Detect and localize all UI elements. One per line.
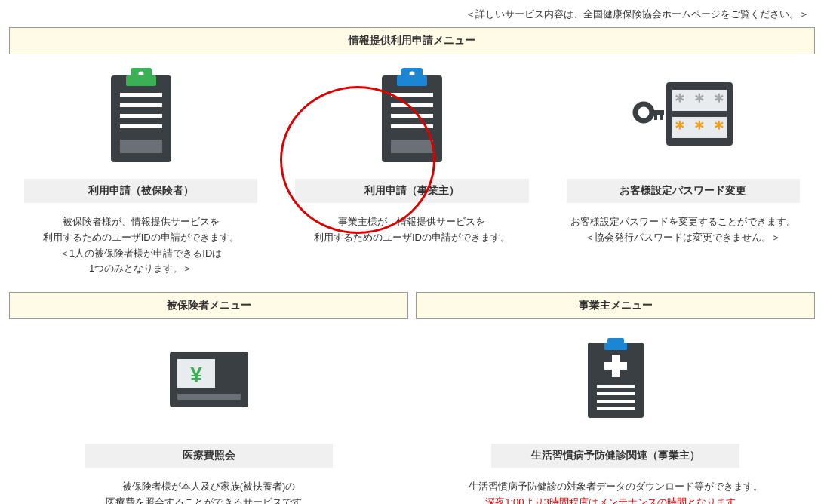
svg-rect-33: [604, 343, 627, 350]
password-key-icon: ＊＊＊ ＊＊＊: [552, 62, 815, 167]
main-menu-header: 情報提供利用申請メニュー: [9, 27, 815, 54]
clipboard-green-icon: [9, 62, 272, 167]
medical-doc-icon: [416, 327, 815, 432]
sub-menu-headers: 被保険者メニュー 事業主メニュー: [9, 292, 815, 319]
insured-menu-header: 被保険者メニュー: [9, 292, 408, 319]
card-desc: お客様設定パスワードを変更することができます。＜協会発行パスワードは変更できませ…: [552, 214, 815, 246]
svg-text:¥: ¥: [190, 363, 202, 386]
application-menu-row: 利用申請（被保険者） 被保険者様が、情報提供サービスを利用するためのユーザIDの…: [9, 62, 815, 277]
svg-rect-36: [597, 385, 635, 388]
svg-rect-39: [597, 407, 635, 410]
svg-rect-37: [597, 392, 635, 395]
svg-rect-38: [597, 400, 635, 403]
card-desc: 被保険者様が、情報提供サービスを利用するためのユーザIDの申請ができます。＜1人…: [9, 214, 272, 277]
employer-menu-header: 事業主メニュー: [416, 292, 815, 319]
highlight-circle: [280, 86, 435, 234]
card-health-checkup[interactable]: 生活習慣病予防健診関連（事業主） 生活習慣病予防健診の対象者データのダウンロード…: [416, 327, 815, 504]
svg-rect-5: [120, 103, 162, 107]
card-employer-application[interactable]: 利用申請（事業主） 事業主様が、情報提供サービスを利用するためのユーザIDの申請…: [280, 62, 543, 277]
svg-text:＊＊＊: ＊＊＊: [670, 89, 729, 112]
svg-rect-8: [120, 140, 162, 153]
svg-rect-4: [120, 93, 162, 97]
svg-rect-32: [588, 343, 644, 418]
svg-rect-3: [126, 75, 156, 86]
card-desc: 被保険者様が本人及び家族(被扶養者)の医療費を照会することができるサービスです。: [9, 479, 408, 504]
sub-menu-row: ¥ 医療費照会 被保険者様が本人及び家族(被扶養者)の医療費を照会することができ…: [9, 327, 815, 504]
card-title: お客様設定パスワード変更: [567, 179, 800, 203]
desc-main: 生活習慣病予防健診の対象者データのダウンロード等ができます。: [469, 481, 763, 492]
yen-card-icon: ¥: [9, 327, 408, 432]
svg-rect-20: [654, 115, 657, 120]
svg-rect-21: [660, 115, 663, 120]
header-note: ＜詳しいサービス内容は、全国健康保険協会ホームページをご覧ください。＞: [0, 0, 824, 25]
card-title: 利用申請（被保険者）: [24, 179, 257, 203]
svg-rect-35: [604, 362, 627, 370]
svg-rect-12: [397, 75, 427, 86]
maintenance-note: 深夜1:00より3時間程度はメンテナンスの時間となります。: [485, 496, 746, 504]
card-medical-inquiry[interactable]: ¥ 医療費照会 被保険者様が本人及び家族(被扶養者)の医療費を照会することができ…: [9, 327, 408, 504]
card-insured-application[interactable]: 利用申請（被保険者） 被保険者様が、情報提供サービスを利用するためのユーザIDの…: [9, 62, 272, 277]
svg-text:＊＊＊: ＊＊＊: [670, 116, 729, 139]
card-title: 生活習慣病予防健診関連（事業主）: [491, 444, 739, 468]
card-title: 医療費照会: [85, 444, 333, 468]
svg-rect-30: [177, 394, 241, 400]
svg-rect-7: [120, 124, 162, 128]
svg-rect-6: [120, 114, 162, 118]
card-password-change[interactable]: ＊＊＊ ＊＊＊ お客様設定パスワード変更 お客様設定パスワードを変更することがで…: [552, 62, 815, 277]
svg-rect-19: [650, 110, 664, 115]
svg-point-18: [635, 104, 652, 121]
card-desc: 生活習慣病予防健診の対象者データのダウンロード等ができます。 深夜1:00より3…: [416, 479, 815, 504]
